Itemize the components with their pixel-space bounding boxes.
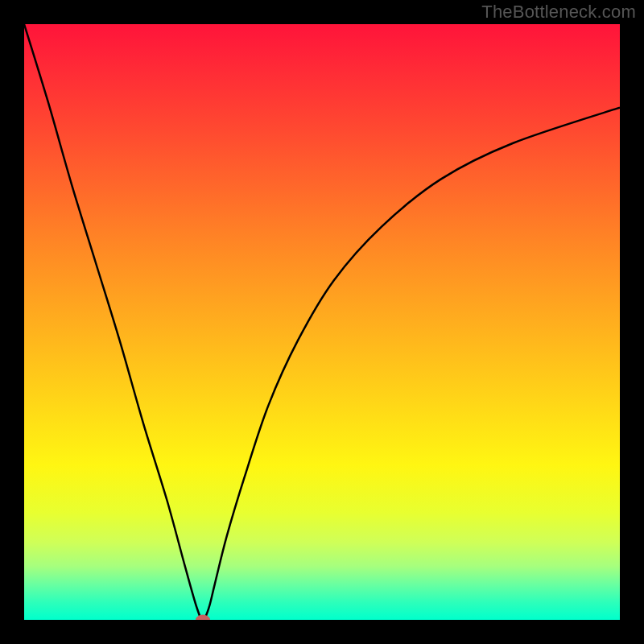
optimal-point-marker <box>196 615 210 621</box>
chart-frame: TheBottleneck.com <box>0 0 644 644</box>
watermark-label: TheBottleneck.com <box>481 2 636 23</box>
plot-area <box>24 24 620 620</box>
curve-svg <box>24 24 620 620</box>
bottleneck-curve <box>24 24 620 620</box>
